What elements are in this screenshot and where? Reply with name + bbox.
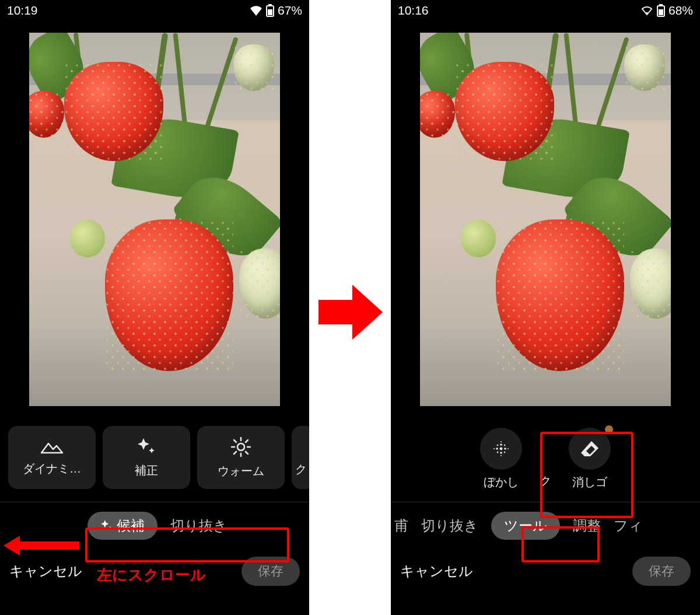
svg-point-12 (646, 12, 648, 15)
svg-point-28 (501, 455, 502, 456)
status-bar: 10:16 68% (391, 0, 700, 21)
svg-point-17 (496, 448, 498, 450)
svg-point-21 (497, 444, 499, 446)
chip-label: ダイナミ… (23, 461, 81, 477)
svg-point-18 (504, 448, 506, 450)
svg-line-8 (234, 440, 236, 442)
chip-partial[interactable]: ク (292, 426, 309, 489)
svg-point-3 (237, 443, 244, 450)
annotation-scroll-hint: 左にスクロール (97, 565, 206, 585)
svg-point-27 (501, 441, 502, 442)
chip-warm[interactable]: ウォーム (197, 426, 285, 489)
chip-enhance[interactable]: 補正 (103, 426, 190, 489)
annotation-tools-tab-highlight (522, 526, 600, 562)
clock: 10:16 (398, 4, 429, 18)
chip-dynamic[interactable]: ダイナミ… (8, 426, 96, 489)
tool-label: ぼかし (484, 474, 519, 490)
svg-point-22 (504, 444, 506, 446)
brightness-icon (230, 436, 251, 457)
photo-strawberries (420, 33, 671, 406)
blur-icon (480, 428, 522, 470)
svg-point-20 (500, 452, 502, 454)
chip-label: ク (295, 462, 307, 477)
battery-icon (266, 4, 274, 17)
chip-label: ウォーム (218, 463, 264, 479)
status-bar: 10:19 67% (0, 0, 309, 21)
svg-line-11 (234, 452, 236, 454)
photo-canvas[interactable] (0, 21, 309, 418)
svg-line-10 (246, 440, 248, 442)
photo-strawberries (29, 33, 280, 406)
status-icons: 68% (640, 4, 693, 18)
suggestion-chips-row[interactable]: ダイナミ… 補正 ウォーム ク (0, 418, 309, 499)
chip-label: 補正 (135, 463, 158, 478)
tool-blur[interactable]: ぼかし (480, 428, 522, 490)
battery-percent: 68% (668, 4, 693, 18)
battery-icon (657, 4, 665, 17)
clock: 10:19 (7, 4, 38, 18)
svg-rect-1 (268, 4, 272, 6)
cancel-button[interactable]: キャンセル (9, 562, 82, 581)
tab-crop[interactable]: 切り抜き (421, 516, 478, 535)
photo-canvas[interactable] (391, 21, 700, 418)
sparkle-icon (136, 437, 156, 457)
svg-line-9 (246, 452, 248, 454)
svg-point-24 (504, 451, 506, 453)
phone-screen-left: 10:19 67% (0, 0, 309, 615)
svg-rect-2 (268, 9, 272, 15)
landscape-icon (40, 439, 64, 455)
save-button[interactable]: 保存 (632, 557, 691, 586)
battery-percent: 67% (278, 4, 302, 18)
svg-rect-14 (659, 4, 663, 6)
svg-point-16 (500, 447, 503, 450)
annotation-tabs-highlight (85, 527, 289, 562)
svg-point-19 (500, 443, 502, 446)
tab-partial-last[interactable]: フィ (614, 516, 643, 535)
svg-point-25 (494, 448, 495, 449)
svg-point-26 (508, 448, 509, 449)
tab-partial-first[interactable]: 甫 (394, 516, 408, 535)
phone-screen-right: 10:16 68% ぼかし (391, 0, 700, 615)
wifi-icon (640, 5, 653, 16)
cancel-button[interactable]: キャンセル (400, 562, 473, 581)
wifi-icon (250, 5, 262, 16)
annotation-right-arrow-icon (318, 280, 383, 344)
annotation-left-arrow-icon (4, 536, 79, 555)
svg-point-23 (497, 451, 499, 453)
svg-rect-15 (659, 9, 663, 15)
annotation-eraser-highlight (540, 432, 634, 518)
status-icons: 67% (250, 4, 302, 18)
